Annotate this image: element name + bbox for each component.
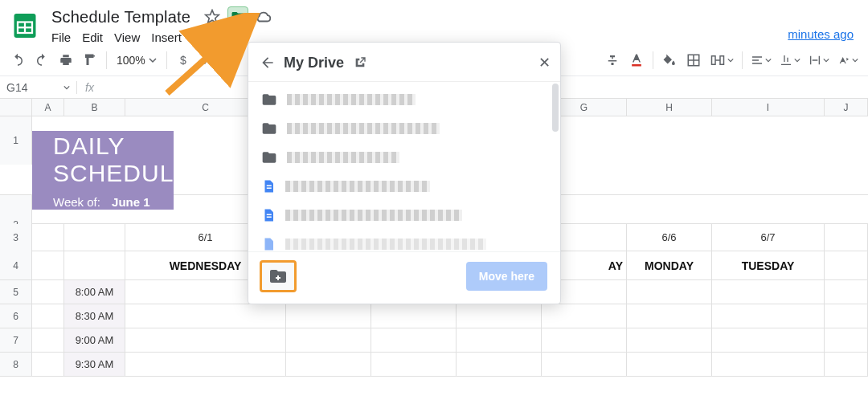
- blurred-label: [287, 123, 440, 134]
- cloud-status-icon[interactable]: [253, 6, 274, 27]
- row-header[interactable]: 8: [0, 353, 32, 376]
- document-title[interactable]: Schedule Template: [51, 8, 190, 27]
- menu-insert[interactable]: Insert: [151, 31, 182, 44]
- move-here-button[interactable]: Move here: [466, 262, 547, 291]
- drive-item[interactable]: [248, 230, 560, 251]
- drive-item[interactable]: [248, 172, 560, 201]
- folder-icon: [261, 92, 277, 108]
- separator: [653, 51, 653, 69]
- week-of-value: June 1: [112, 195, 150, 209]
- borders-button[interactable]: [682, 49, 705, 71]
- svg-rect-14: [267, 214, 272, 216]
- date-cell[interactable]: 6/6: [627, 224, 712, 251]
- fill-color-button[interactable]: [658, 49, 681, 71]
- text-rotate-button[interactable]: [834, 49, 862, 71]
- menu-bar: File Edit View Insert Fo: [51, 29, 274, 44]
- svg-rect-13: [267, 188, 272, 190]
- menu-file[interactable]: File: [51, 31, 71, 44]
- doc-icon: [261, 236, 276, 251]
- format-currency[interactable]: $: [172, 49, 194, 71]
- blurred-label: [285, 181, 430, 192]
- menu-view[interactable]: View: [114, 31, 140, 44]
- time-cell[interactable]: 9:00 AM: [64, 328, 125, 352]
- drive-item[interactable]: [248, 85, 560, 114]
- dialog-scrollbar[interactable]: [552, 84, 559, 132]
- drive-folder-list: [248, 82, 560, 251]
- day-header[interactable]: TUESDAY: [712, 251, 825, 279]
- blurred-label: [287, 94, 416, 105]
- col-header[interactable]: H: [627, 99, 712, 116]
- separator: [166, 51, 167, 69]
- separator: [742, 51, 743, 69]
- print-button[interactable]: [55, 49, 77, 71]
- row-header[interactable]: 6: [0, 304, 32, 328]
- drive-item[interactable]: [248, 201, 560, 230]
- time-cell[interactable]: 9:30 AM: [64, 353, 125, 376]
- new-folder-button[interactable]: [260, 260, 297, 292]
- date-cell[interactable]: 6/7: [712, 224, 825, 251]
- separator: [106, 51, 107, 69]
- drive-item[interactable]: [248, 143, 560, 172]
- open-in-new-icon[interactable]: [354, 56, 366, 69]
- week-of-label: Week of:: [53, 195, 100, 209]
- blurred-label: [285, 210, 462, 221]
- svg-marker-5: [206, 10, 219, 23]
- undo-button[interactable]: [6, 49, 29, 71]
- last-edit-link[interactable]: minutes ago: [788, 27, 860, 44]
- day-header[interactable]: MONDAY: [627, 251, 712, 279]
- redo-button[interactable]: [31, 49, 53, 71]
- dialog-back-button[interactable]: [260, 55, 276, 71]
- star-icon[interactable]: [202, 6, 223, 27]
- strikethrough-button[interactable]: [601, 49, 624, 71]
- col-header[interactable]: J: [825, 99, 868, 116]
- merge-cells-button[interactable]: [706, 49, 737, 71]
- format-percent[interactable]: %: [196, 49, 219, 71]
- blurred-label: [287, 152, 399, 163]
- svg-rect-12: [267, 186, 272, 187]
- fx-label: fx: [77, 81, 102, 94]
- zoom-select[interactable]: 100%: [112, 54, 162, 67]
- svg-rect-6: [632, 64, 641, 67]
- folder-icon: [261, 149, 277, 165]
- name-box[interactable]: G14: [0, 81, 77, 94]
- col-header[interactable]: B: [64, 99, 125, 116]
- row-header[interactable]: 7: [0, 328, 32, 352]
- schedule-banner: DAILY SCHEDUL Week of: June 1: [32, 131, 174, 210]
- menu-edit[interactable]: Edit: [82, 31, 103, 44]
- blurred-label: [285, 239, 486, 250]
- svg-rect-17: [276, 277, 280, 279]
- text-color-button[interactable]: [625, 49, 648, 71]
- dialog-title: My Drive: [284, 55, 344, 71]
- dialog-close-button[interactable]: ✕: [538, 54, 551, 71]
- move-file-dialog: My Drive ✕ Move here: [248, 42, 561, 304]
- move-file-icon[interactable]: [227, 6, 248, 27]
- cell-reference: G14: [6, 81, 27, 94]
- menu-format-clipped[interactable]: Fo: [193, 31, 207, 44]
- row-header[interactable]: 5: [0, 280, 32, 304]
- folder-icon: [261, 120, 277, 137]
- zoom-value: 100%: [117, 54, 145, 67]
- svg-rect-10: [712, 55, 716, 64]
- svg-rect-11: [720, 55, 724, 64]
- v-align-button[interactable]: [776, 49, 804, 71]
- banner-subtitle: Week of: June 1: [53, 195, 174, 209]
- title-bar: Schedule Template File Edit View Insert …: [0, 0, 868, 44]
- row-header[interactable]: 4: [0, 251, 32, 279]
- time-cell[interactable]: 8:30 AM: [64, 304, 125, 328]
- sheets-app-icon[interactable]: [8, 9, 42, 43]
- col-header[interactable]: I: [712, 99, 825, 116]
- text-wrap-button[interactable]: [805, 49, 833, 71]
- time-cell[interactable]: 8:00 AM: [64, 280, 125, 304]
- h-align-button[interactable]: [747, 49, 775, 71]
- drive-item[interactable]: [248, 114, 560, 143]
- row-header[interactable]: 1: [0, 116, 32, 165]
- paint-format-button[interactable]: [79, 49, 101, 71]
- row-header[interactable]: 3: [0, 224, 32, 251]
- banner-title: DAILY SCHEDUL: [53, 133, 174, 187]
- doc-icon: [261, 207, 276, 223]
- svg-rect-15: [267, 217, 272, 218]
- doc-icon: [261, 178, 276, 194]
- col-header[interactable]: A: [32, 99, 64, 116]
